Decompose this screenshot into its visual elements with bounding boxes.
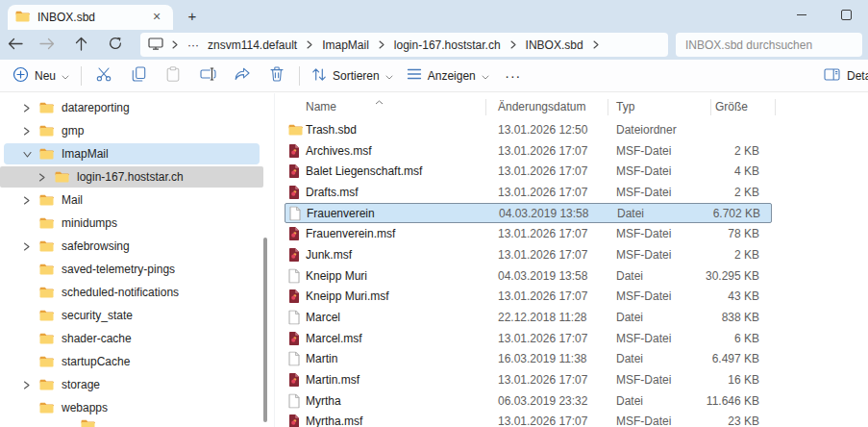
back-button[interactable] (1, 32, 30, 58)
refresh-icon (109, 37, 122, 53)
address-bar[interactable]: ··· znsvm114.defaultImapMaillogin-167.ho… (140, 33, 668, 57)
file-name: Marcel.msf (306, 332, 362, 345)
file-name: Junk.msf (306, 248, 352, 262)
breadcrumb-item[interactable]: INBOX.sbd (525, 38, 584, 52)
view-button-label: Anzeigen (428, 69, 476, 83)
tree-item-saved-telemetry-pings[interactable]: saved-telemetry-pings (0, 258, 273, 281)
tree-item-minidumps[interactable]: minidumps (0, 212, 273, 235)
back-icon (8, 38, 23, 53)
chevron-right-icon[interactable] (508, 40, 518, 49)
file-row-drafts-msf[interactable]: Drafts.msf13.01.2026 17:07MSF-Datei2 KB (285, 182, 772, 203)
breadcrumb-item[interactable]: znsvm114.default (207, 38, 298, 52)
folder-icon (39, 217, 54, 229)
breadcrumb-item[interactable]: ImapMail (321, 38, 370, 52)
chevron-right-icon[interactable] (23, 196, 39, 205)
file-type: MSF-Datei (616, 332, 671, 345)
tree-item-webapps[interactable]: webapps (0, 396, 273, 419)
file-row-balet-liegenschaft-msf[interactable]: Balet Liegenschaft.msf13.01.2026 17:07MS… (285, 161, 772, 182)
tree-item-safebrowsing[interactable]: safebrowsing (0, 235, 273, 258)
sort-button[interactable]: Sortieren (305, 62, 400, 89)
column-resize-handle[interactable] (485, 99, 486, 115)
pane-splitter[interactable] (274, 93, 275, 427)
chevron-right-icon[interactable] (38, 173, 55, 182)
file-name: Myrtha.msf (306, 414, 362, 427)
file-row-frauenverein[interactable]: Frauenverein04.03.2019 13:58Datei6.702 K… (285, 203, 772, 224)
column-header-gre[interactable]: Größe (715, 100, 748, 113)
forward-button[interactable] (33, 32, 62, 58)
sort-ascending-icon (375, 94, 384, 108)
file-row-martin[interactable]: Martin16.03.2019 11:38Datei6.497 KB (285, 349, 772, 370)
folder-icon (39, 310, 54, 321)
file-row-frauenverein-msf[interactable]: Frauenverein.msf13.01.2026 17:07MSF-Date… (285, 223, 772, 244)
new-tab-button[interactable]: + (182, 7, 203, 27)
file-row-junk-msf[interactable]: Junk.msf13.01.2026 17:07MSF-Datei2 KB (285, 244, 772, 265)
chevron-right-icon[interactable] (23, 242, 39, 251)
search-input[interactable] (676, 33, 862, 57)
chevron-right-icon[interactable] (377, 40, 386, 49)
copy-button[interactable] (121, 62, 156, 89)
rename-button[interactable] (190, 62, 225, 89)
column-header-typ[interactable]: Typ (616, 100, 634, 113)
file-row-marcel[interactable]: Marcel22.12.2018 11:28Datei838 KB (285, 307, 772, 328)
file-size: 6.702 KB (680, 207, 760, 220)
column-header-nderungsdatum[interactable]: Änderungsdatum (498, 100, 585, 113)
chevron-right-icon[interactable] (23, 381, 39, 389)
file-size: 838 KB (679, 311, 759, 324)
file-modified-date: 04.03.2019 13:58 (498, 269, 587, 283)
file-row-archives-msf[interactable]: Archives.msf13.01.2026 17:07MSF-Datei2 K… (285, 140, 772, 162)
tree-item-label: safebrowsing (62, 239, 130, 253)
tree-item-login-167-hoststar-ch[interactable]: login-167.hoststar.ch (0, 165, 273, 188)
file-modified-date: 13.01.2026 17:07 (498, 332, 587, 345)
paste-button[interactable] (156, 62, 190, 89)
file-row-martin-msf[interactable]: Martin.msf13.01.2026 17:07MSF-Datei16 KB (285, 369, 772, 390)
column-resize-handle[interactable] (710, 99, 711, 115)
tab-inbox-sbd[interactable]: INBOX.sbd × (8, 5, 173, 30)
file-type: MSF-Datei (616, 164, 671, 178)
file-type: MSF-Datei (616, 414, 671, 427)
tree-item-imapmail[interactable]: ImapMail (0, 142, 273, 165)
chevron-down-icon[interactable] (23, 151, 39, 158)
tab-close-icon[interactable]: × (148, 9, 165, 26)
breadcrumb-item[interactable]: login-167.hoststar.ch (393, 38, 502, 52)
tree-item-mail[interactable]: Mail (0, 188, 273, 212)
share-button[interactable] (225, 62, 260, 89)
file-icon (288, 352, 300, 366)
view-button[interactable]: Anzeigen (400, 62, 496, 89)
breadcrumb-overflow[interactable]: ··· (186, 38, 200, 52)
chevron-right-icon[interactable] (170, 40, 180, 49)
chevron-right-icon[interactable] (591, 40, 601, 49)
minimize-button[interactable] (780, 0, 824, 29)
more-options-button[interactable]: ··· (496, 62, 531, 89)
file-size: 23 KB (679, 414, 759, 427)
tree-item-scheduled-notifications[interactable]: scheduled-notifications (0, 281, 273, 304)
file-row-kneipp-muri-msf[interactable]: Kneipp Muri.msf13.01.2026 17:07MSF-Datei… (285, 287, 772, 308)
tree-item-label: saved-telemetry-pings (62, 263, 175, 276)
column-header-name[interactable]: Name (306, 100, 336, 113)
tree-item-gmp[interactable]: gmp (0, 119, 273, 142)
file-row-trash-sbd[interactable]: Trash.sbd13.01.2026 12:50Dateiordner (285, 119, 772, 140)
delete-button[interactable] (260, 62, 294, 89)
tree-item-storage[interactable]: storage (0, 373, 273, 396)
tree-item-security-state[interactable]: security_state (0, 304, 273, 327)
file-list-pane: NameÄnderungsdatumTypGröße Trash.sbd13.0… (279, 93, 868, 427)
new-button[interactable]: Neu (6, 62, 76, 89)
details-pane-button[interactable]: Details (824, 60, 868, 92)
column-resize-handle[interactable] (775, 99, 776, 115)
up-button[interactable] (66, 32, 95, 58)
file-row-myrtha[interactable]: Myrtha06.03.2019 23:32Datei11.646 KB (285, 390, 772, 412)
maximize-button[interactable] (824, 0, 868, 29)
tree-item-startupcache[interactable]: startupCache (0, 350, 273, 373)
chevron-right-icon[interactable] (23, 104, 39, 113)
file-type: Datei (616, 394, 643, 408)
file-row-marcel-msf[interactable]: Marcel.msf13.01.2026 17:07MSF-Datei6 KB (285, 328, 772, 349)
file-row-kneipp-muri[interactable]: Kneipp Muri04.03.2019 13:58Datei30.295 K… (285, 265, 772, 287)
refresh-button[interactable] (101, 32, 130, 58)
column-resize-handle[interactable] (608, 99, 608, 115)
chevron-right-icon[interactable] (305, 40, 314, 49)
chevron-right-icon[interactable] (23, 127, 39, 136)
cut-button[interactable] (87, 62, 121, 89)
tree-item-shader-cache[interactable]: shader-cache (0, 327, 273, 350)
sidebar-scrollbar[interactable] (263, 238, 267, 422)
file-row-myrtha-msf[interactable]: Myrtha.msf13.01.2026 17:07MSF-Datei23 KB (285, 412, 772, 427)
tree-item-datareporting[interactable]: datareporting (0, 96, 273, 119)
